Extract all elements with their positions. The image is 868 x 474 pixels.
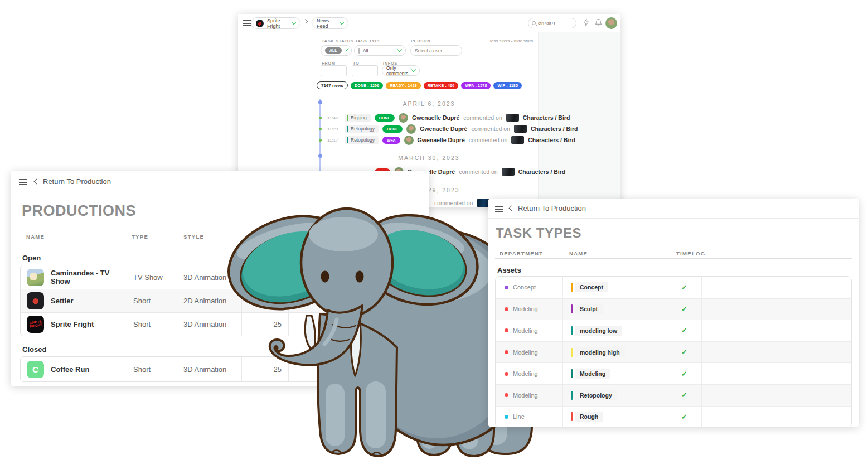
column-header-department: DEPARTMENT [500, 250, 543, 257]
timelog-check-icon: ✓ [667, 342, 701, 363]
tasktype-color-bar [571, 348, 573, 357]
section-assets: Assets [497, 266, 521, 274]
entry-action: commented on [471, 125, 510, 132]
column-header-style: STYLE [183, 234, 204, 240]
table-row[interactable]: Line Rough ✓ [496, 406, 851, 427]
menu-icon[interactable] [19, 179, 27, 185]
ready-badge: READY : 1429 [386, 82, 421, 89]
table-row[interactable]: Concept Concept ✓ [496, 277, 851, 298]
entry-action: commented on [459, 168, 497, 175]
news-total-badge: 7167 news [317, 81, 348, 89]
tasktype-color-bar [571, 412, 573, 421]
department-dot [505, 286, 508, 289]
search-input[interactable] [538, 21, 571, 26]
table-row[interactable]: Caminandes - TV Show TV Show 3D Animatio… [21, 265, 420, 289]
tasktype-color-bar [571, 391, 573, 400]
department-dot [505, 415, 508, 419]
page-select-value: News Feed [317, 18, 337, 29]
menu-icon[interactable] [243, 20, 251, 26]
department-dot [505, 372, 508, 376]
from-input[interactable] [321, 65, 347, 76]
task-type-value: All [363, 48, 395, 54]
entity-thumbnail [514, 125, 527, 133]
author-avatar [404, 136, 414, 145]
task-status-label: TASK STATUS [322, 38, 353, 43]
infos-select[interactable]: Only comments [382, 65, 420, 76]
task-status-value: ALL [325, 47, 342, 54]
tasktype-color-bar [571, 369, 573, 378]
chevron-left-icon [34, 179, 40, 185]
production-thumbnail [27, 269, 44, 286]
department-dot [505, 328, 508, 332]
person-select[interactable] [410, 45, 462, 56]
less-filters-hide-stats-link[interactable]: less filters • hide stats [461, 38, 533, 43]
menu-icon[interactable] [495, 206, 503, 212]
timelog-check-icon: ✓ [667, 320, 701, 341]
column-header-name: NAME [26, 234, 45, 240]
entry-target-link[interactable]: Characters / Bird [528, 137, 575, 143]
status-badge: WFA [382, 137, 400, 144]
entry-target-link[interactable]: Characters / Bird [518, 168, 566, 175]
search-box[interactable] [528, 18, 576, 28]
column-header-name: NAME [569, 250, 588, 257]
entry-time: 11:23 [327, 127, 341, 132]
stats-row: 7167 news DONE : 1206 READY : 1429 RETAK… [317, 81, 522, 89]
feed-entry[interactable]: 11:23 Retopology DONE Gwenaelle Dupré co… [238, 123, 578, 134]
entry-target-link[interactable]: Characters / Bird [531, 125, 578, 132]
entry-target-link[interactable]: Characters / Bird [523, 114, 570, 121]
table-row[interactable]: Settler Short 2D Animation 24 [21, 289, 420, 312]
page-title: PRODUCTIONS [22, 202, 136, 220]
production-thumbnail [256, 20, 264, 27]
bell-icon[interactable] [595, 18, 602, 27]
table-row[interactable]: CCoffee Run Short 3D Animation 25 [21, 357, 420, 381]
infos-value: Only comments [386, 65, 409, 76]
entry-action: commented on [469, 137, 507, 143]
status-badge: DONE [382, 125, 403, 133]
timelog-check-icon: ✓ [667, 277, 701, 298]
task-color-bar [347, 126, 348, 132]
entry-action: commented on [463, 114, 502, 121]
tasktype-color-bar [571, 304, 573, 313]
table-row[interactable]: Modeling Retopology ✓ [496, 384, 851, 406]
tasktypes-table: Concept Concept ✓ Modeling Sculpt ✓ Mode… [495, 276, 852, 427]
table-row[interactable]: Modeling Modeling ✓ [496, 362, 851, 384]
task-type-chip: Retopology [345, 136, 379, 144]
feed-date-header: APRIL 6, 2023 [320, 100, 538, 107]
tasktype-color-bar [571, 326, 573, 335]
feed-entry[interactable]: 11:17 Retopology WFA Gwenaelle Dupré com… [238, 134, 575, 146]
feed-entry[interactable]: 11:42 Rigging DONE Gwenaelle Dupré comme… [238, 112, 570, 123]
header-divider [495, 258, 852, 259]
chevron-left-icon [509, 206, 515, 211]
chevron-down-icon [411, 67, 416, 72]
task-type-select[interactable]: All [354, 45, 406, 56]
column-header-type: TYPE [132, 234, 148, 240]
production-select-value: Sprite Fright [267, 18, 289, 29]
timelog-check-icon: ✓ [667, 385, 701, 406]
return-to-production-link[interactable]: Return To Production [510, 204, 586, 212]
productions-window: Return To Production PRODUCTIONS NAME TY… [11, 171, 429, 386]
lightning-icon[interactable] [583, 18, 589, 27]
table-row[interactable]: SPRITE FRIGHTSprite Fright Short 3D Anim… [21, 312, 420, 336]
task-type-color-bar [358, 48, 360, 54]
production-select[interactable]: Sprite Fright [251, 17, 300, 29]
done-badge: DONE : 1206 [351, 82, 383, 89]
user-avatar[interactable] [605, 17, 617, 29]
closed-productions-table: CCoffee Run Short 3D Animation 25 [20, 356, 420, 382]
to-input[interactable] [352, 65, 378, 76]
entity-thumbnail [511, 136, 524, 144]
column-header-timelog: TIMELOG [676, 250, 705, 257]
task-color-bar [347, 115, 348, 121]
author-avatar [399, 113, 408, 123]
table-row[interactable]: Modeling modeling high ✓ [496, 341, 851, 363]
table-row[interactable]: Modeling modeling low ✓ [496, 320, 851, 341]
department-dot [505, 393, 508, 397]
return-to-production-link[interactable]: Return To Production [35, 177, 111, 186]
page-select[interactable]: News Feed [312, 17, 348, 29]
task-status-select[interactable]: ALL [321, 45, 352, 56]
open-productions-table: Caminandes - TV Show TV Show 3D Animatio… [20, 265, 420, 336]
person-input[interactable] [415, 48, 458, 54]
table-row[interactable]: Modeling Sculpt ✓ [496, 298, 851, 320]
person-label: PERSON [411, 38, 430, 43]
task-color-bar [347, 137, 348, 143]
task-type-label: TASK TYPE [355, 38, 381, 43]
